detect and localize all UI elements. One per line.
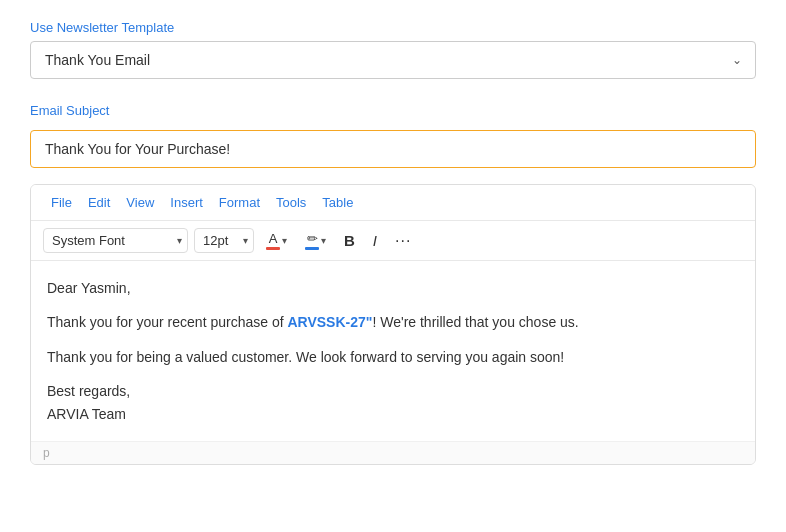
menu-insert[interactable]: Insert [162,191,211,214]
valued-customer-line: Thank you for being a valued customer. W… [47,346,739,368]
product-link[interactable]: ARVSSK-27" [287,314,372,330]
bg-color-pen-icon: ✏ [307,231,318,246]
font-color-a-label: A [269,231,278,246]
menu-view[interactable]: View [118,191,162,214]
bold-button[interactable]: B [338,228,361,253]
editor-footer: p [31,441,755,464]
font-size-select[interactable]: 12pt 10pt 14pt 16pt [194,228,254,253]
font-family-wrapper: System Font Arial Times New Roman ▾ [43,228,188,253]
bg-color-indicator [305,247,319,250]
editor-menubar: File Edit View Insert Format Tools Table [31,185,755,221]
bg-color-button[interactable]: ✏ ▾ [299,227,332,254]
italic-button[interactable]: I [367,228,383,253]
menu-format[interactable]: Format [211,191,268,214]
purchase-line: Thank you for your recent purchase of AR… [47,311,739,333]
menu-tools[interactable]: Tools [268,191,314,214]
email-subject-label: Email Subject [30,103,756,118]
menu-file[interactable]: File [43,191,80,214]
font-size-wrapper: 12pt 10pt 14pt 16pt ▾ [194,228,254,253]
rich-text-editor: File Edit View Insert Format Tools Table… [30,184,756,465]
regards-line: Best regards, ARVIA Team [47,380,739,425]
newsletter-template-label: Use Newsletter Template [30,20,756,35]
menu-edit[interactable]: Edit [80,191,118,214]
editor-tag-indicator: p [43,446,50,460]
font-color-button[interactable]: A ▾ [260,227,293,254]
newsletter-template-select[interactable]: Thank You Email Welcome Email Promotiona… [30,41,756,79]
email-subject-input[interactable] [30,130,756,168]
bg-color-chevron-icon: ▾ [321,235,326,246]
menu-table[interactable]: Table [314,191,361,214]
greeting-line: Dear Yasmin, [47,277,739,299]
editor-toolbar: System Font Arial Times New Roman ▾ 12pt… [31,221,755,261]
editor-content-area[interactable]: Dear Yasmin, Thank you for your recent p… [31,261,755,441]
font-family-select[interactable]: System Font Arial Times New Roman [43,228,188,253]
font-color-indicator [266,247,280,250]
font-color-chevron-icon: ▾ [282,235,287,246]
more-options-button[interactable]: ··· [389,228,417,254]
